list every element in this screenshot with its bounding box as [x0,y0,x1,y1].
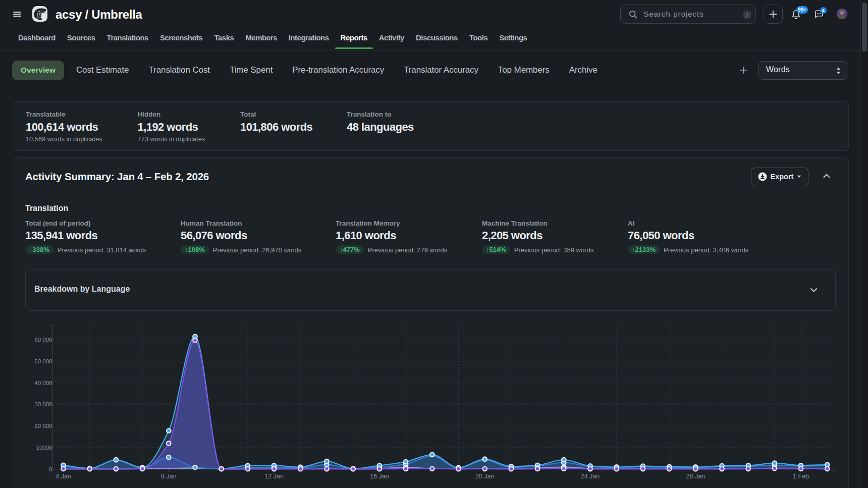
svg-text:16 Jan: 16 Jan [370,473,389,480]
svg-text:60 000: 60 000 [34,337,52,343]
svg-text:20 Jan: 20 Jan [475,473,495,480]
svg-text:12 Jan: 12 Jan [264,473,284,480]
svg-text:20 000: 20 000 [34,423,52,429]
svg-text:30 000: 30 000 [34,401,52,407]
svg-text:1 Feb: 1 Feb [793,473,809,480]
svg-text:50 000: 50 000 [34,358,52,364]
svg-text:4 Jan: 4 Jan [56,473,71,480]
svg-text:40 000: 40 000 [34,380,52,386]
svg-text:28 Jan: 28 Jan [686,473,706,480]
svg-text:8 Jan: 8 Jan [161,473,177,480]
svg-text:24 Jan: 24 Jan [581,473,600,480]
